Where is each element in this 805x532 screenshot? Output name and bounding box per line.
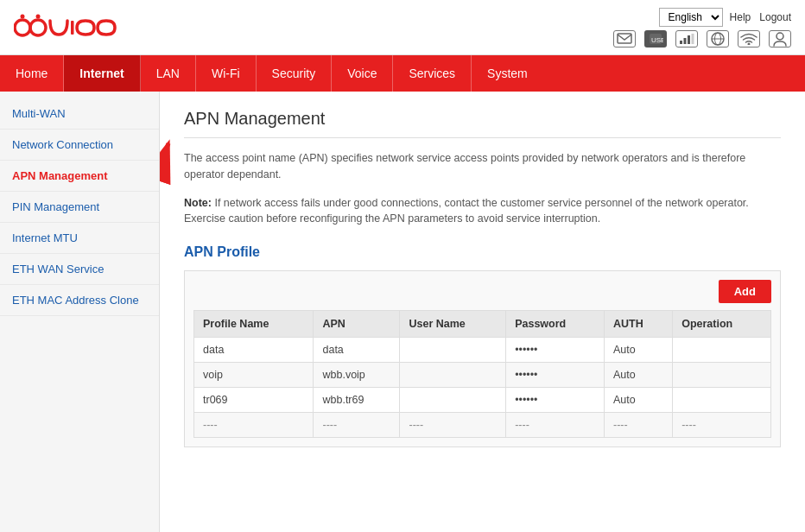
globe-icon[interactable] (707, 30, 729, 48)
sidebar-item-eth-wan[interactable]: ETH WAN Service (0, 254, 159, 285)
usb-icon[interactable]: USB (644, 30, 667, 48)
header-icons: USB (613, 30, 791, 48)
col-operation: Operation (673, 311, 771, 338)
description-text: The access point name (APN) specifies ne… (184, 150, 781, 183)
nav-voice[interactable]: Voice (332, 55, 393, 92)
svg-point-16 (776, 33, 783, 40)
table-cell (400, 388, 506, 413)
nav-wifi[interactable]: Wi-Fi (196, 55, 257, 92)
logo-svg (14, 12, 126, 43)
language-select[interactable]: English (659, 8, 723, 27)
wifi-icon[interactable] (738, 30, 760, 48)
svg-rect-9 (684, 38, 687, 44)
sidebar: Multi-WAN Network Connection APN Managem… (0, 92, 160, 532)
table-header-row: Profile Name APN User Name Password AUTH… (194, 311, 771, 338)
main-nav: Home Internet LAN Wi-Fi Security Voice S… (0, 55, 805, 92)
mail-icon[interactable] (613, 30, 636, 48)
table-cell (673, 363, 771, 388)
help-link[interactable]: Help (730, 11, 751, 23)
svg-point-4 (36, 14, 41, 18)
main-layout: Multi-WAN Network Connection APN Managem… (0, 92, 805, 532)
table-cell: Auto (604, 388, 672, 413)
svg-rect-11 (692, 34, 694, 44)
svg-text:USB: USB (651, 36, 663, 44)
add-button[interactable]: Add (719, 280, 771, 303)
table-cell: ---- (314, 413, 400, 438)
table-cell: ---- (604, 413, 672, 438)
logout-link[interactable]: Logout (759, 11, 791, 23)
table-row: ------------------------ (194, 413, 771, 438)
table-cell: wbb.tr69 (314, 388, 400, 413)
table-row: datadata••••••Auto (194, 338, 771, 363)
user-icon[interactable] (769, 30, 791, 48)
table-cell: data (314, 338, 400, 363)
table-cell: Auto (604, 363, 672, 388)
table-cell: ---- (400, 413, 506, 438)
table-cell: Auto (604, 338, 672, 363)
sidebar-item-internet-mtu[interactable]: Internet MTU (0, 223, 159, 254)
table-cell: voip (194, 363, 314, 388)
note-body: If network access fails under good conne… (184, 197, 749, 225)
svg-point-1 (30, 20, 46, 35)
table-cell (673, 338, 771, 363)
section-title: APN Profile (184, 244, 781, 260)
note-label: Note: (184, 197, 212, 209)
table-cell: data (194, 338, 314, 363)
table-cell: •••••• (506, 388, 605, 413)
sidebar-item-eth-mac[interactable]: ETH MAC Address Clone (0, 285, 159, 316)
table-cell: wbb.voip (314, 363, 400, 388)
page-title: APN Management (184, 109, 781, 138)
nav-lan[interactable]: LAN (141, 55, 196, 92)
col-auth: AUTH (604, 311, 672, 338)
signal-icon[interactable] (675, 30, 698, 48)
col-apn: APN (314, 311, 400, 338)
svg-rect-8 (680, 41, 682, 44)
help-logout-links: Help Logout (730, 11, 791, 23)
nav-home[interactable]: Home (0, 55, 64, 92)
svg-point-15 (748, 42, 751, 45)
note-text: Note: If network access fails under good… (184, 195, 781, 228)
logo (14, 12, 126, 43)
col-username: User Name (400, 311, 506, 338)
table-cell: ---- (506, 413, 605, 438)
nav-system[interactable]: System (472, 55, 543, 92)
svg-rect-10 (688, 35, 690, 44)
table-row: voipwbb.voip••••••Auto (194, 363, 771, 388)
header-top-right: English Help Logout (659, 8, 791, 27)
table-cell: ---- (673, 413, 771, 438)
sidebar-item-multiwan[interactable]: Multi-WAN (0, 98, 159, 130)
table-cell: tr069 (194, 388, 314, 413)
table-cell (673, 388, 771, 413)
nav-services[interactable]: Services (393, 55, 472, 92)
content-area: APN Management The access point name (AP… (160, 92, 805, 532)
col-password: Password (506, 311, 605, 338)
header: English Help Logout USB (0, 0, 805, 55)
table-cell (400, 338, 506, 363)
table-container: Add Profile Name APN User Name Password … (184, 270, 781, 447)
nav-security[interactable]: Security (257, 55, 333, 92)
table-cell: •••••• (506, 338, 605, 363)
apn-table: Profile Name APN User Name Password AUTH… (193, 310, 771, 438)
table-cell (400, 363, 506, 388)
sidebar-item-network-connection[interactable]: Network Connection (0, 130, 159, 161)
sidebar-item-pin-management[interactable]: PIN Management (0, 192, 159, 223)
table-row: tr069wbb.tr69••••••Auto (194, 388, 771, 413)
svg-rect-2 (71, 21, 74, 35)
nav-internet[interactable]: Internet (64, 55, 140, 92)
svg-rect-5 (618, 34, 631, 43)
col-profile-name: Profile Name (194, 311, 314, 338)
header-right: English Help Logout USB (613, 8, 791, 48)
sidebar-item-apn-management[interactable]: APN Management (0, 161, 159, 192)
svg-point-3 (21, 14, 25, 18)
table-cell: ---- (194, 413, 314, 438)
table-cell: •••••• (506, 363, 605, 388)
svg-point-0 (15, 20, 30, 35)
add-btn-row: Add (193, 280, 771, 303)
